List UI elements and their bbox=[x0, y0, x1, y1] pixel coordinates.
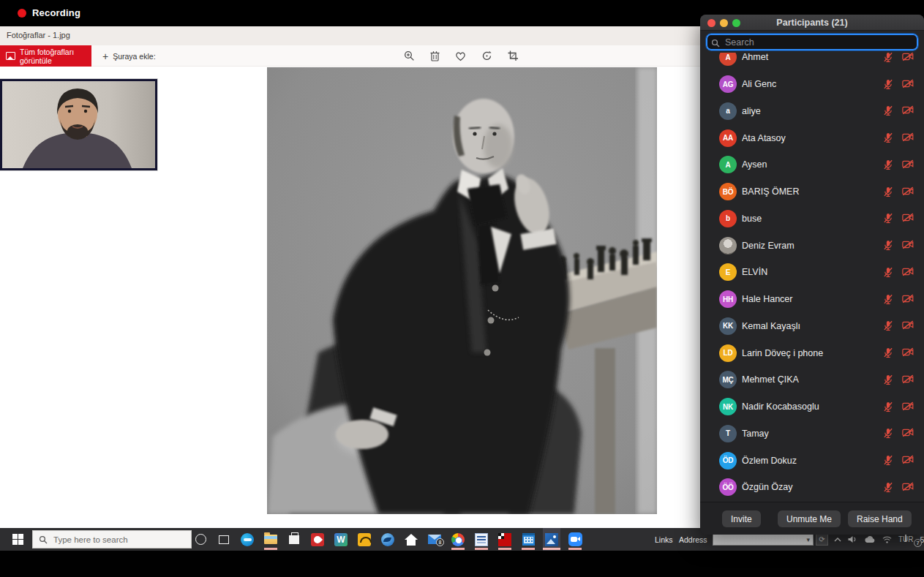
invite-button[interactable]: Invite bbox=[722, 510, 761, 527]
mic-muted-icon bbox=[883, 267, 893, 278]
onedrive-cloud-icon[interactable] bbox=[864, 536, 876, 543]
participant-name: aliye bbox=[742, 106, 883, 116]
picture-icon bbox=[6, 52, 15, 60]
links-label[interactable]: Links bbox=[655, 535, 673, 544]
mic-muted-icon bbox=[883, 105, 893, 116]
raise-hand-button[interactable]: Raise Hand bbox=[848, 510, 912, 527]
webcam-video[interactable] bbox=[0, 79, 157, 170]
video-off-icon bbox=[902, 186, 914, 197]
participant-row[interactable]: Deniz Evram bbox=[700, 232, 924, 259]
video-off-icon bbox=[902, 105, 914, 116]
participant-row[interactable]: a aliye bbox=[700, 98, 924, 125]
avatar: MÇ bbox=[719, 371, 737, 388]
participant-name: Özgün Özay bbox=[742, 482, 883, 492]
mic-muted-icon bbox=[883, 347, 893, 358]
photos-app-icon[interactable] bbox=[543, 528, 560, 551]
chevron-up-icon[interactable] bbox=[834, 537, 841, 543]
avatar: ÖÖ bbox=[719, 478, 737, 496]
calendar-icon[interactable] bbox=[519, 528, 537, 551]
participant-name: Özlem Dokuz bbox=[742, 456, 883, 466]
participant-row[interactable]: ÖÖ Özgün Özay bbox=[700, 474, 924, 501]
address-input[interactable]: ▾ bbox=[713, 533, 814, 546]
participant-row[interactable]: MÇ Mehmet ÇIKA bbox=[700, 366, 924, 393]
video-off-icon bbox=[902, 240, 914, 251]
go-button[interactable]: ⟳ bbox=[816, 533, 828, 546]
participant-row[interactable]: KK Kemal Kayaşlı bbox=[700, 313, 924, 340]
participant-list[interactable]: A Ahmet AG Ali Genc bbox=[700, 53, 924, 502]
rotate-icon[interactable] bbox=[481, 50, 492, 61]
participant-row[interactable]: A Ahmet bbox=[700, 53, 924, 71]
mic-muted-icon bbox=[883, 320, 893, 331]
participant-row[interactable]: AG Ali Genc bbox=[700, 71, 924, 98]
mic-muted-icon bbox=[883, 159, 893, 170]
home-app-icon[interactable] bbox=[402, 528, 420, 551]
screen: Recording Fotoğraflar - 1.jpg Tüm fotoğr… bbox=[0, 0, 924, 577]
mail-icon[interactable]: 8 bbox=[426, 528, 443, 551]
participant-row[interactable]: AA Ata Atasoy bbox=[700, 124, 924, 151]
participant-row[interactable]: LD Larin Döveç i phone bbox=[700, 339, 924, 366]
edge-icon[interactable] bbox=[238, 528, 256, 551]
chrome-icon[interactable] bbox=[449, 528, 467, 551]
participant-row[interactable]: ÖD Özlem Dokuz bbox=[700, 447, 924, 474]
cortana-icon[interactable] bbox=[192, 528, 209, 551]
participant-row[interactable]: BÖ BARIŞ ÖMER bbox=[700, 178, 924, 205]
avatar: NK bbox=[719, 398, 737, 415]
favorite-icon[interactable] bbox=[455, 51, 466, 61]
wifi-icon[interactable] bbox=[882, 536, 892, 543]
search-icon bbox=[39, 535, 48, 544]
video-off-icon bbox=[902, 159, 914, 170]
crop-icon[interactable] bbox=[508, 50, 519, 61]
view-all-photos-button[interactable]: Tüm fotoğrafları görüntüle bbox=[0, 45, 91, 67]
participant-name: Ata Atasoy bbox=[742, 133, 883, 143]
unmute-me-button[interactable]: Unmute Me bbox=[778, 510, 841, 527]
chevron-down-icon: ▾ bbox=[806, 536, 810, 543]
speaker-icon[interactable] bbox=[848, 535, 857, 543]
start-button[interactable] bbox=[4, 531, 31, 548]
participants-search-input[interactable] bbox=[706, 34, 918, 50]
avatar: A bbox=[719, 156, 737, 173]
participant-row[interactable]: A Aysen bbox=[700, 151, 924, 178]
avatar: LD bbox=[719, 344, 737, 362]
mic-muted-icon bbox=[883, 186, 893, 197]
zoom-icon[interactable] bbox=[404, 50, 415, 61]
store-icon[interactable] bbox=[285, 528, 303, 551]
participant-row[interactable]: E ELVİN bbox=[700, 259, 924, 286]
participant-name: Tamay bbox=[742, 429, 883, 439]
video-off-icon bbox=[902, 482, 914, 493]
participant-row[interactable]: HH Hale Hancer bbox=[700, 286, 924, 313]
photos-window-title: Fotoğraflar - 1.jpg bbox=[7, 31, 70, 39]
video-off-icon bbox=[902, 213, 914, 224]
video-off-icon bbox=[902, 428, 914, 439]
plus-icon: + bbox=[102, 51, 108, 61]
w-app-icon[interactable]: W bbox=[332, 528, 350, 551]
file-explorer-icon[interactable] bbox=[262, 528, 279, 551]
zoom-app-icon[interactable] bbox=[566, 528, 584, 551]
recording-dot-icon bbox=[18, 9, 26, 18]
mic-muted-icon bbox=[883, 482, 893, 493]
word-icon[interactable] bbox=[473, 528, 490, 551]
address-label[interactable]: Address bbox=[679, 535, 707, 544]
participants-titlebar[interactable]: Participants (21) bbox=[700, 15, 924, 31]
participant-row[interactable]: NK Nadir Kocabasoglu bbox=[700, 393, 924, 421]
delete-icon[interactable] bbox=[430, 50, 440, 61]
mic-muted-icon bbox=[883, 132, 893, 143]
mic-muted-icon bbox=[883, 213, 893, 224]
avatar: ÖD bbox=[719, 452, 737, 469]
taskbar-search[interactable] bbox=[32, 530, 192, 548]
add-to-button[interactable]: + Şuraya ekle: bbox=[98, 45, 160, 67]
bird-app-icon[interactable] bbox=[379, 528, 397, 551]
participant-name: Ali Genc bbox=[742, 79, 883, 89]
recording-label: Recording bbox=[32, 7, 80, 18]
taskbar-search-input[interactable] bbox=[53, 535, 178, 544]
participant-name: buse bbox=[742, 214, 883, 224]
video-off-icon bbox=[902, 79, 914, 90]
notification-badge: 7 bbox=[914, 539, 922, 547]
checkered-app-icon[interactable] bbox=[496, 528, 514, 551]
task-view-icon[interactable] bbox=[215, 528, 233, 551]
participant-row[interactable]: b buse bbox=[700, 205, 924, 233]
participant-row[interactable]: T Tamay bbox=[700, 421, 924, 448]
shield-app-icon[interactable] bbox=[309, 528, 326, 551]
avatar: E bbox=[719, 263, 737, 281]
participant-name: BARIŞ ÖMER bbox=[742, 186, 883, 197]
gauge-app-icon[interactable] bbox=[356, 528, 373, 551]
